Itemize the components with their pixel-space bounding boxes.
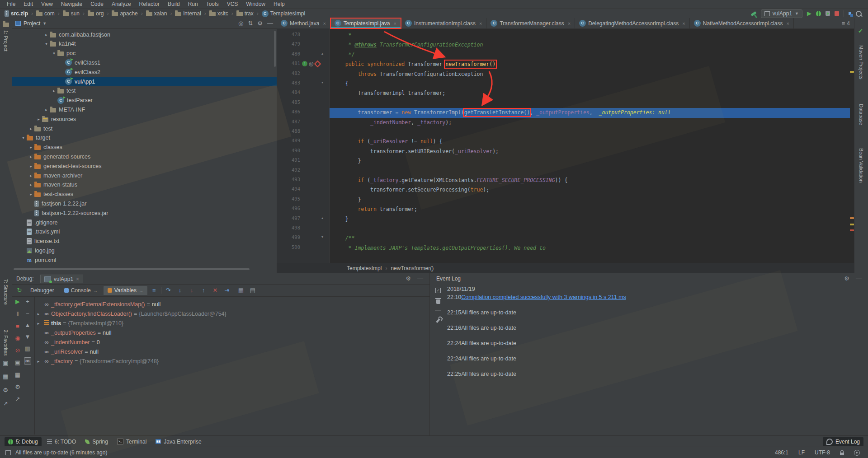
chevron-open-icon[interactable]: ▾ (51, 51, 57, 56)
tree-item-test-classes[interactable]: ▸test-classes (12, 190, 277, 199)
close-icon[interactable]: × (786, 21, 789, 26)
sidebar-item-maven[interactable]: Maven Projects (855, 45, 867, 79)
tab-transformermanager-class[interactable]: CTransformerManager.class× (486, 18, 575, 28)
stripe-mark[interactable] (850, 71, 854, 73)
debug-button[interactable] (816, 11, 821, 16)
line-number[interactable]: 499 (277, 234, 300, 240)
tree-item-generated-sources[interactable]: ▸generated-sources (12, 152, 277, 161)
breadcrumb-item[interactable]: sun (62, 10, 80, 17)
fold-marker-icon[interactable]: ▾ (321, 80, 323, 84)
hide-icon[interactable]: — (417, 276, 423, 282)
toolwindow-button-6-todo[interactable]: 6: TODO (43, 437, 80, 446)
settings-icon[interactable]: ⚙ (15, 384, 20, 390)
tree-item-target[interactable]: ▾target (12, 133, 277, 143)
breadcrumb-item[interactable]: com (35, 10, 56, 17)
line-number[interactable]: 488 (277, 128, 300, 134)
breadcrumb-method[interactable]: newTransformer() (391, 265, 434, 271)
tab-delegatingmethodaccessorimpl-class[interactable]: CDelegatingMethodAccessorImpl.class× (575, 18, 690, 28)
pin-icon[interactable]: ↗ (3, 401, 8, 407)
tree-item-resources[interactable]: ▸resources (12, 114, 277, 124)
line-number[interactable]: 482 (277, 70, 300, 76)
debug-tab-debugger[interactable]: Debugger (26, 286, 58, 295)
hide-icon[interactable]: — (856, 276, 862, 282)
tree-item--gitignore[interactable]: .gitignore (12, 218, 277, 227)
fold-marker-icon[interactable]: ▴ (321, 216, 323, 220)
menu-tools[interactable]: Tools (202, 0, 223, 9)
close-icon[interactable]: × (76, 276, 79, 282)
layout-grid-icon[interactable]: ▦ (15, 372, 20, 378)
error-stripe[interactable] (850, 41, 854, 252)
threads-icon[interactable]: ≡ (149, 287, 159, 294)
gear-icon[interactable]: ⚙ (844, 276, 849, 282)
step-into-icon[interactable]: ↓ (175, 287, 185, 294)
line-number[interactable]: 487 (277, 119, 300, 124)
line-number[interactable]: 479 (277, 41, 300, 47)
menu-file[interactable]: File (3, 0, 19, 9)
show-watches-icon[interactable]: ∞ (24, 357, 31, 365)
chevron-open-icon[interactable]: ▾ (43, 42, 50, 46)
run-with-coverage-button[interactable] (826, 11, 830, 16)
chevron-right-icon[interactable]: ▸ (35, 321, 42, 326)
run-button[interactable]: ▶ (807, 10, 811, 17)
file-encoding[interactable]: UTF-8 (815, 449, 830, 456)
stripe-mark[interactable] (850, 229, 854, 231)
status-message[interactable]: All files are up-to-date (6 minutes ago) (15, 449, 107, 456)
hide-icon[interactable]: — (267, 20, 273, 27)
force-step-into-icon[interactable]: ↓ (187, 287, 197, 294)
layout-icon[interactable]: ▤ (248, 287, 258, 294)
tree-item-testparser[interactable]: CtestParser (12, 96, 277, 105)
move-down-icon[interactable]: ▼ (25, 334, 31, 340)
camera-icon[interactable]: ▣ (3, 360, 8, 366)
variable-row[interactable]: ▸∞_tfactory={TransformerFactoryImpl@748} (35, 356, 428, 366)
breadcrumb-item[interactable]: src.zip (4, 10, 29, 17)
vertical-scrollbar[interactable] (274, 31, 276, 67)
locate-icon[interactable]: ◎ (238, 20, 243, 27)
tree-item-classes[interactable]: ▸classes (12, 143, 277, 152)
menu-analyze[interactable]: Analyze (108, 0, 135, 9)
log-link[interactable]: Compilation completed successfully with … (461, 294, 626, 300)
tab-templatesimpl-java[interactable]: CTemplatesImpl.java× (330, 18, 401, 28)
tree-item-evilclass2[interactable]: CevilClass2 (12, 67, 277, 77)
fold-marker-icon[interactable]: ▴ (321, 51, 323, 56)
menu-help[interactable]: Help (269, 0, 289, 9)
menu-view[interactable]: View (37, 0, 57, 9)
horizontal-scrollbar[interactable] (14, 268, 250, 270)
tree-item-test[interactable]: ▸test (12, 86, 277, 96)
debug-tab-console[interactable]: Console→ (60, 286, 102, 295)
wrench-icon[interactable] (436, 318, 440, 323)
menu-code[interactable]: Code (86, 0, 108, 9)
duplicate-icon[interactable]: ▥ (25, 346, 30, 352)
chevron-down-icon[interactable]: ▼ (42, 21, 47, 26)
checkbox-icon[interactable]: ✓ (435, 288, 441, 293)
sidebar-item-database[interactable]: Database (855, 104, 867, 125)
toolwindow-button-terminal[interactable]: >_Terminal (113, 437, 150, 446)
tree-item--travis-yml[interactable]: .travis.yml (12, 227, 277, 237)
tree-item-meta-inf[interactable]: ▸META-INF (12, 105, 277, 114)
breadcrumb-item[interactable]: apache (111, 10, 138, 17)
breadcrumb-item[interactable]: xalan (145, 10, 168, 17)
fold-marker-icon[interactable]: ▾ (321, 235, 323, 239)
stop-button[interactable] (835, 11, 839, 16)
project-structure-icon[interactable] (849, 12, 851, 15)
thread-dump-icon[interactable]: ▣ (15, 360, 20, 366)
gear-icon[interactable]: ⚙ (3, 387, 8, 393)
variable-row[interactable]: ∞_outputProperties=null (35, 328, 428, 337)
variable-row[interactable]: ∞_tfactory.getExternalExtensionsMap()=nu… (35, 299, 428, 309)
chevron-closed-icon[interactable]: ▸ (28, 173, 34, 178)
variable-row[interactable]: ▸∞ObjectFactory.findClassLoader()={Launc… (35, 309, 428, 318)
line-number[interactable]: 500 (277, 244, 300, 250)
gear-icon[interactable]: ⚙ (406, 276, 411, 282)
build-hammer-icon[interactable] (750, 11, 756, 16)
project-view-title[interactable]: Project (24, 20, 40, 27)
line-number[interactable]: 492 (277, 167, 300, 173)
rerun-icon[interactable]: ↻ (14, 287, 24, 294)
collapse-all-icon[interactable]: ⇅ (248, 20, 253, 27)
tree-item-com-alibaba-fastjson[interactable]: ▸com.alibaba.fastjson (12, 30, 277, 39)
menu-edit[interactable]: Edit (19, 0, 37, 9)
settings-icon[interactable]: ⚙ (257, 20, 263, 27)
toolwindow-button-5-debug[interactable]: 5: Debug (5, 437, 42, 446)
debug-tab-variables[interactable]: Variables→ (104, 286, 147, 295)
line-number[interactable]: 485 (277, 99, 300, 105)
sidebar-item-bean-validation[interactable]: Bean Validation (855, 148, 867, 182)
mute-breakpoints-icon[interactable]: ⊘ (15, 347, 20, 354)
